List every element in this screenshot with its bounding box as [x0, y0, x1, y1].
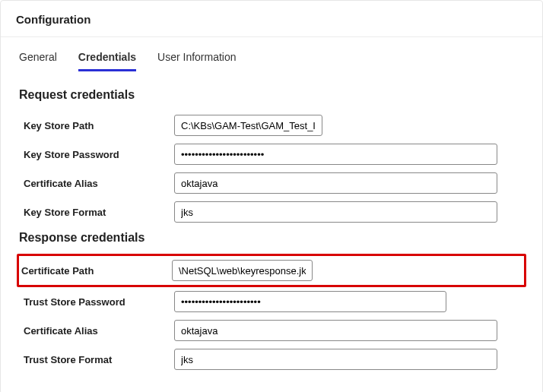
- label-request-cert-alias: Certificate Alias: [24, 178, 174, 189]
- input-key-store-format[interactable]: [174, 201, 497, 223]
- row-certificate-path: Certificate Path: [17, 254, 526, 287]
- label-key-store-password: Key Store Password: [24, 149, 174, 160]
- label-trust-store-password: Trust Store Password: [24, 296, 174, 308]
- row-trust-store-format: Trust Store Format: [19, 345, 524, 374]
- label-response-cert-alias: Certificate Alias: [24, 325, 174, 337]
- configuration-panel: Configuration General Credentials User I…: [0, 0, 543, 392]
- panel-content: General Credentials User Information Req…: [1, 37, 542, 380]
- row-key-store-path: Key Store Path: [19, 111, 524, 140]
- tab-bar: General Credentials User Information: [19, 48, 524, 71]
- input-key-store-password[interactable]: [174, 144, 497, 165]
- row-request-cert-alias: Certificate Alias: [19, 169, 524, 198]
- input-certificate-path[interactable]: [172, 260, 313, 281]
- input-response-cert-alias[interactable]: [174, 320, 497, 341]
- input-trust-store-format[interactable]: [174, 349, 497, 370]
- label-key-store-path: Key Store Path: [24, 120, 174, 131]
- label-trust-store-format: Trust Store Format: [24, 354, 174, 365]
- tab-user-information[interactable]: User Information: [157, 48, 236, 71]
- tab-general[interactable]: General: [19, 48, 57, 71]
- input-request-cert-alias[interactable]: [174, 172, 497, 194]
- label-key-store-format: Key Store Format: [24, 207, 174, 218]
- request-section-title: Request credentials: [19, 88, 524, 102]
- label-certificate-path: Certificate Path: [21, 265, 172, 277]
- row-response-cert-alias: Certificate Alias: [19, 316, 524, 345]
- response-section-title: Response credentials: [19, 231, 524, 245]
- input-trust-store-password[interactable]: [174, 291, 446, 312]
- row-key-store-format: Key Store Format: [19, 198, 524, 226]
- row-key-store-password: Key Store Password: [19, 140, 524, 169]
- input-key-store-path[interactable]: [174, 115, 322, 136]
- row-trust-store-password: Trust Store Password: [19, 287, 524, 316]
- panel-title: Configuration: [1, 1, 542, 37]
- tab-credentials[interactable]: Credentials: [78, 48, 136, 71]
